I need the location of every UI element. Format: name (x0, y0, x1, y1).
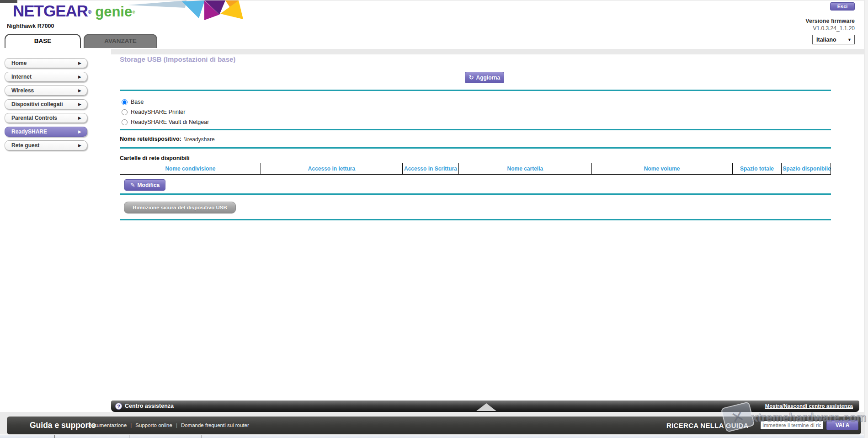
sidebar-item-internet[interactable]: Internet ▶ (5, 72, 87, 82)
router-model-label: Nighthawk R7000 (7, 23, 54, 29)
table-header-row: Nome condivisione Accesso in lettura Acc… (120, 163, 831, 175)
sidebar-item-guest-network[interactable]: Rete guest ▶ (5, 140, 87, 150)
chevron-right-icon: ▶ (78, 61, 81, 65)
guide-search-input[interactable] (760, 421, 823, 430)
bottom-page-sliver (0, 434, 868, 438)
network-device-name-label: Nome rete/dispositivo: (120, 136, 181, 142)
vertical-scrollbar[interactable] (864, 0, 868, 438)
sidebar-item-wireless[interactable]: Wireless ▶ (5, 85, 87, 96)
refresh-icon: ↻ (469, 74, 474, 81)
edit-button[interactable]: ✎ Modifica (124, 179, 165, 191)
help-center-label: Centro assistenza (125, 401, 174, 412)
chevron-right-icon: ▶ (78, 129, 81, 134)
brand-netgear: NETGEAR (13, 2, 88, 20)
safe-remove-usb-button[interactable]: Rimozione sicura del dispositivo USB (124, 202, 236, 214)
option-readyshare-printer: ReadySHARE Printer (122, 108, 186, 116)
refresh-button[interactable]: ↻ Aggiorna (465, 72, 504, 83)
chevron-down-icon: ▼ (847, 37, 852, 42)
column-share-name: Nome condivisione (120, 163, 261, 175)
footer-title: Guida e supporto (30, 417, 96, 434)
show-hide-help-link[interactable]: Mostra/Nascondi centro assistenza (765, 401, 853, 412)
chevron-right-icon: ▶ (78, 116, 81, 120)
available-folders-label: Cartelle di rete disponibili (120, 155, 190, 161)
chevron-right-icon: ▶ (78, 88, 81, 93)
column-total-space: Spazio totale (732, 163, 782, 175)
option-readyshare-vault: ReadySHARE Vault di Netgear (122, 118, 209, 126)
search-guide-label: RICERCA NELLA GUIDA (666, 417, 749, 434)
firmware-version: V1.0.3.24_1.1.20 (731, 25, 855, 32)
radio-readyshare-printer[interactable] (122, 109, 128, 115)
divider (120, 147, 831, 149)
tab-base[interactable]: BASE (5, 34, 81, 48)
tab-avanzate[interactable]: AVANZATE (84, 34, 157, 48)
help-icon: ? (115, 403, 122, 410)
netgear-genie-logo: NETGEAR®genie® (13, 2, 135, 20)
sidebar-item-parental-controls[interactable]: Parental Controls ▶ (5, 113, 87, 123)
network-folders-table: Nome condivisione Accesso in lettura Acc… (120, 163, 831, 175)
registered-mark: ® (88, 9, 91, 15)
chevron-right-icon: ▶ (78, 102, 81, 107)
column-read-access: Accesso in lettura (261, 163, 402, 175)
sidebar-item-attached-devices[interactable]: Dispositivi collegati ▶ (5, 99, 87, 109)
footer-links: Documentazione|Supporto online|Domande f… (87, 417, 249, 434)
help-support-footer: Guida e supporto Documentazione|Supporto… (7, 417, 861, 434)
divider (120, 219, 831, 220)
expand-help-arrow-icon[interactable] (476, 403, 496, 411)
router-admin-page: NETGEAR®genie® Nighthawk R7000 Esci Vers… (0, 0, 868, 438)
network-device-name-value: \\readyshare (184, 136, 215, 143)
divider (120, 193, 831, 195)
content-top-band (111, 49, 864, 54)
firmware-label: Versione firmware (731, 18, 855, 24)
radio-base[interactable] (122, 99, 128, 105)
language-select[interactable]: Italiano ▼ (812, 35, 855, 44)
logout-button[interactable]: Esci (830, 2, 855, 11)
firmware-info: Versione firmware V1.0.3.24_1.1.20 (731, 18, 855, 32)
brand-genie: genie (95, 4, 132, 20)
column-write-access: Accesso in Scrittura (403, 163, 459, 175)
chevron-right-icon: ▶ (78, 75, 81, 79)
radio-readyshare-vault[interactable] (122, 119, 128, 125)
logo-ribbon-decoration (128, 0, 247, 21)
language-selected-value: Italiano (816, 37, 836, 43)
sidebar-item-readyshare[interactable]: ReadySHARE ▶ (5, 127, 87, 137)
go-button[interactable]: VAI A (826, 420, 858, 430)
divider (120, 129, 831, 130)
column-volume-name: Nome volume (591, 163, 732, 175)
link-online-support[interactable]: Supporto online (135, 422, 172, 428)
page-title: Storage USB (Impostazioni di base) (120, 55, 235, 63)
sidebar-item-home[interactable]: Home ▶ (5, 58, 87, 68)
column-folder-name: Nome cartella (458, 163, 591, 175)
column-free-space: Spazio disponibile (782, 163, 831, 175)
pencil-icon: ✎ (130, 182, 135, 188)
link-router-faq[interactable]: Domande frequenti sul router (181, 422, 249, 428)
option-base: Base (122, 98, 144, 106)
chevron-right-icon: ▶ (78, 143, 81, 148)
divider (120, 90, 831, 91)
help-center-bar[interactable]: ? Centro assistenza Mostra/Nascondi cent… (111, 401, 859, 412)
link-documentation[interactable]: Documentazione (87, 422, 127, 428)
